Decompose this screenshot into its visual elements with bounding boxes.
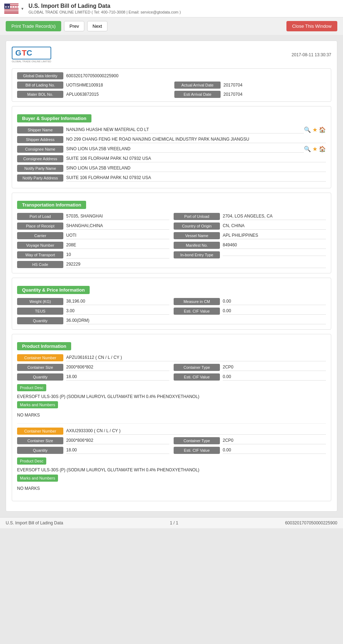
- cif-1-value: 0.00: [223, 373, 326, 381]
- close-button[interactable]: Close This Window: [286, 21, 337, 31]
- main-content: G T C GLOBAL TRADE ONLINE LIMITED 2017-0…: [0, 35, 343, 517]
- place-receipt-value: SHANGHAI,CHINA: [66, 222, 169, 230]
- container-type-1: Container Type 2CP0: [174, 363, 326, 371]
- notify-party-address-row: Notify Party Address SUITE 106 FLORHAM P…: [17, 174, 326, 182]
- weight: Weight (KG) 38,196.00: [17, 298, 169, 305]
- container-number-1-row: Container Number APZU3616112 ( CN / L / …: [17, 354, 326, 361]
- footer-bar: U.S. Import Bill of Lading Data 1 / 1 60…: [0, 517, 343, 528]
- dropdown-arrow[interactable]: ▼: [21, 7, 24, 11]
- svg-rect-5: [4, 10, 19, 11]
- container-block-2: Container Number AXIU2933300 ( CN / L / …: [17, 427, 326, 497]
- search-icon[interactable]: 🔍: [304, 126, 311, 133]
- container-size-1-label: Container Size: [17, 364, 63, 371]
- way-transport: Way of Transport 10: [17, 251, 169, 258]
- teus-value: 3.00: [66, 307, 169, 315]
- port-unload: Port of Unload 2704, LOS ANGELES, CA: [174, 213, 326, 220]
- page-title: U.S. Import Bill of Lading Data: [28, 3, 179, 9]
- qty-2-value: 18.00: [66, 446, 169, 454]
- container-number-2-row: Container Number AXIU2933300 ( CN / L / …: [17, 427, 326, 435]
- carrier-vessel-row: Carrier UOTI Vessel Name APL PHILIPPINES: [17, 232, 326, 239]
- cif-2-value: 0.00: [223, 446, 326, 454]
- product-desc-1-label: Product Desc: [17, 384, 46, 391]
- port-row: Port of Load 57035, SHANGHAI Port of Unl…: [17, 213, 326, 220]
- way-transport-value: 10: [66, 251, 169, 258]
- esti-arrival-value: 20170704: [223, 92, 242, 97]
- quantity-row: Quantity 36.00(DRM): [17, 317, 326, 324]
- prev-button[interactable]: Prev: [64, 21, 84, 31]
- home-icon[interactable]: 🏠: [319, 126, 326, 133]
- notify-party-address-label: Notify Party Address: [17, 174, 63, 182]
- logo-area: G T C GLOBAL TRADE ONLINE LIMITED: [12, 47, 51, 63]
- manifest-no: Manifest No. 849460: [174, 241, 326, 249]
- shipper-name-value: NANJING HUASHI NEW MATERIAL CO LT: [66, 126, 304, 133]
- footer-right: 6003201707050000225900: [285, 520, 337, 525]
- star-icon-2[interactable]: ★: [312, 146, 317, 152]
- star-icon[interactable]: ★: [312, 126, 317, 133]
- container-number-2-label: Container Number: [17, 428, 63, 435]
- marks-1: Marks and Numbers: [17, 401, 326, 410]
- receipt-origin-row: Place of Receipt SHANGHAI,CHINA Country …: [17, 222, 326, 230]
- us-flag-icon: ★★★★★★: [4, 4, 19, 14]
- logo-subtext: GLOBAL TRADE ONLINE LIMITED: [12, 60, 51, 63]
- port-load-label: Port of Load: [17, 213, 63, 220]
- global-data-identity-row: Global Data Identity 6003201707050000225…: [17, 72, 326, 79]
- shipper-address-row: Shipper Address NO 299 CHANG FENG HE ROA…: [17, 136, 326, 143]
- esti-right: Esti Arrival Date 20170704: [174, 91, 326, 98]
- container-number-2-value: AXIU2933300 ( CN / L / CY ): [66, 427, 326, 435]
- country-origin-value: CN, CHINA: [223, 222, 326, 230]
- notify-party-name-value: SINO LION USA 25B VREELAND: [66, 164, 326, 172]
- svg-rect-6: [4, 12, 19, 12]
- place-receipt: Place of Receipt SHANGHAI,CHINA: [17, 222, 169, 230]
- container-size-type-1-row: Container Size 2000*806*802 Container Ty…: [17, 363, 326, 371]
- esti-cif: Esti. CIF Value 0.00: [174, 307, 326, 315]
- quantity-value: 36.00(DRM): [66, 317, 326, 324]
- port-load-value: 57035, SHANGHAI: [66, 213, 169, 220]
- next-button[interactable]: Next: [87, 21, 107, 31]
- inbond-entry-value: [223, 253, 326, 256]
- actual-arrival-label: Actual Arrival Date: [174, 82, 221, 89]
- inbond-entry: In-bond Entry Type: [174, 251, 326, 258]
- consignee-icons: 🔍 ★ 🏠: [304, 146, 326, 152]
- container-type-1-value: 2CP0: [223, 363, 326, 371]
- shipper-address-label: Shipper Address: [17, 136, 63, 143]
- container-size-1: Container Size 2000*806*802: [17, 363, 169, 371]
- port-unload-value: 2704, LOS ANGELES, CA: [223, 213, 326, 220]
- container-size-1-value: 2000*806*802: [66, 363, 169, 371]
- search-icon-2[interactable]: 🔍: [304, 146, 311, 152]
- notify-party-name-label: Notify Party Name: [17, 165, 63, 172]
- bol-row: Bill of Lading No. UOTISHME100918 Actual…: [17, 82, 326, 89]
- mater-bol-label: Mater BOL No.: [17, 91, 63, 98]
- container-type-2-value: 2CP0: [223, 437, 326, 444]
- product-info-title: Product Information: [17, 342, 71, 350]
- qty-1-label: Quantity: [17, 373, 63, 381]
- consignee-name-value: SINO LION USA 25B VREELAND: [66, 145, 304, 153]
- global-data-identity-value: 6003201707050000225900: [66, 73, 118, 78]
- print-button[interactable]: Print Trade Record(s): [6, 21, 61, 31]
- country-origin-label: Country of Origin: [174, 222, 220, 230]
- footer-left: U.S. Import Bill of Lading Data: [6, 520, 63, 525]
- buyer-supplier-section: Buyer & Supplier Information Shipper Nam…: [12, 106, 331, 188]
- voyage-number-label: Voyage Number: [17, 242, 63, 249]
- product-desc-2-value: EVERSOFT ULS-30S (P) (SODIUM LAUROYL GLU…: [17, 467, 326, 472]
- product-desc-2-label: Product Desc: [17, 457, 46, 465]
- bol-left: Bill of Lading No. UOTISHME100918: [17, 82, 169, 89]
- identity-section: Global Data Identity 6003201707050000225…: [12, 68, 331, 102]
- vessel-name-label: Vessel Name: [174, 232, 220, 239]
- hs-code-label: HS Code: [17, 261, 63, 268]
- quantity-price-section: Quantity & Price Information Weight (KG)…: [12, 278, 331, 330]
- home-icon-2[interactable]: 🏠: [319, 146, 326, 152]
- notify-party-name-row: Notify Party Name SINO LION USA 25B VREE…: [17, 164, 326, 172]
- hs-code-row: HS Code 292229: [17, 261, 326, 268]
- mater-left: Mater BOL No. APLU063872015: [17, 91, 169, 98]
- footer-middle: 1 / 1: [170, 520, 178, 525]
- marks-2: Marks and Numbers: [17, 475, 326, 483]
- shipper-name-label: Shipper Name: [17, 126, 63, 133]
- transportation-title: Transportation Information: [17, 201, 86, 209]
- container-block-1: Container Number APZU3616112 ( CN / L / …: [17, 354, 326, 424]
- svg-text:★★★★★★: ★★★★★★: [5, 5, 19, 9]
- weight-measure-row: Weight (KG) 38,196.00 Measure in CM 0.00: [17, 298, 326, 305]
- qty-1-value: 18.00: [66, 373, 169, 381]
- logo-t: T: [22, 48, 26, 58]
- marks-1-value: NO MARKS: [17, 411, 326, 418]
- buyer-supplier-title: Buyer & Supplier Information: [17, 114, 91, 122]
